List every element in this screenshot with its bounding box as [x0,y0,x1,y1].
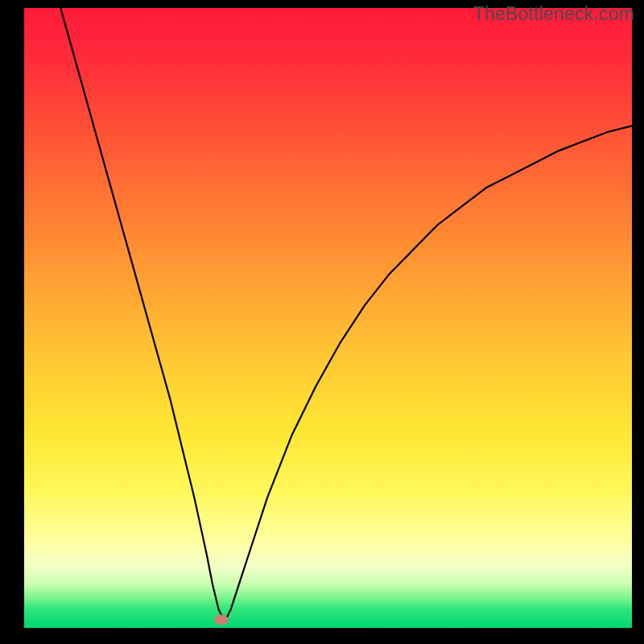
watermark-text: TheBottleneck.com [473,3,634,25]
chart-frame [24,8,632,628]
optimal-point-marker [214,614,229,625]
chart-background-gradient [24,8,632,628]
